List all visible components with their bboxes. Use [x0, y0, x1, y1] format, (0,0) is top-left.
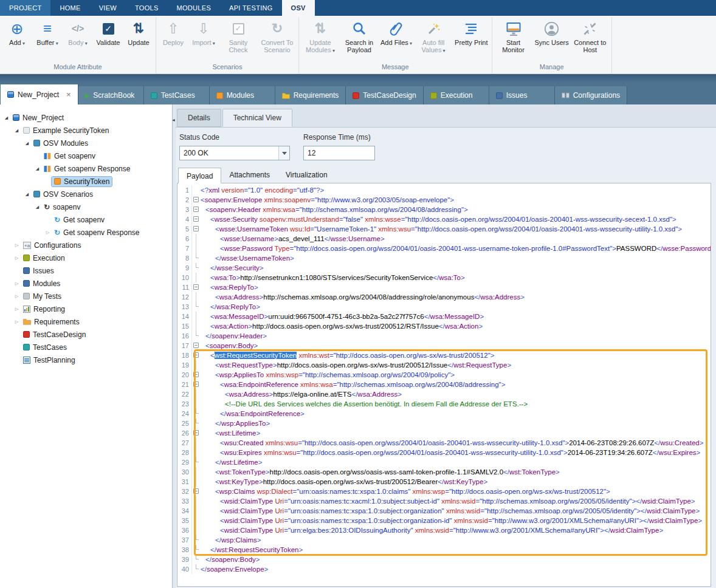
collapse-arrow-icon[interactable]	[2, 115, 10, 120]
tree-item-securitytoken[interactable]: SecurityToken	[0, 175, 172, 188]
buffer-button[interactable]: ≡Buffer ▾	[32, 17, 63, 63]
code-line-19[interactable]: 19<wst:RequestType>http://docs.oasis-ope…	[177, 360, 711, 370]
expand-arrow-icon[interactable]	[13, 307, 21, 312]
code-line-17[interactable]: 17−<soapenv:Body>	[177, 341, 711, 350]
fold-toggle-icon[interactable]: −	[192, 350, 201, 360]
code-line-31[interactable]: 31<wst:KeyType>http://docs.oasis-open.or…	[177, 477, 711, 487]
start-monitor-button[interactable]: Start Monitor	[494, 17, 533, 63]
menu-tab-project[interactable]: PROJECT	[0, 0, 50, 16]
expand-arrow-icon[interactable]	[13, 294, 21, 299]
code-line-7[interactable]: 7<wsse:Password Type="http://docs.oasis-…	[177, 244, 711, 253]
menu-tab-view[interactable]: VIEW	[90, 0, 126, 16]
search-in-payload-button[interactable]: Search in Payload	[340, 17, 379, 63]
doc-tab-requirements[interactable]: Requirements	[275, 86, 346, 104]
tree-item-osv-scenarios[interactable]: OSV Scenarios	[0, 188, 172, 200]
doc-tab-modules[interactable]: Modules	[210, 86, 275, 104]
menu-tab-api-testing[interactable]: API TESTING	[220, 0, 282, 16]
code-line-39[interactable]: 39</soapenv:Body>	[177, 555, 711, 564]
expand-arrow-icon[interactable]	[13, 243, 21, 248]
code-line-20[interactable]: 20−<wsp:AppliesTo xmlns:wsp="http://sche…	[177, 370, 711, 380]
add-button[interactable]: ⊕Add ▾	[2, 17, 32, 63]
status-code-select[interactable]: 200 OK	[179, 146, 290, 160]
fold-toggle-icon[interactable]: −	[192, 282, 201, 292]
doc-tab-configurations[interactable]: Configurations	[555, 86, 627, 104]
tree-item-testcasedesign[interactable]: TestCaseDesign	[0, 328, 172, 341]
tree-item-soapenv[interactable]: ↻soapenv	[0, 200, 172, 213]
detail-tab-details[interactable]: Details	[177, 109, 221, 127]
tree-item-my-tests[interactable]: My Tests	[0, 290, 172, 303]
code-line-33[interactable]: 33<wsid:ClaimType Uri="urn:oasis:names:t…	[177, 496, 711, 506]
payload-tab-payload[interactable]: Payload	[178, 168, 221, 183]
code-line-26[interactable]: 26−<wst:Lifetime>	[177, 428, 711, 438]
doc-tab-testcases[interactable]: TestCases	[144, 86, 210, 104]
code-line-12[interactable]: 12<wsa:Address>http://schemas.xmlsoap.or…	[177, 292, 711, 302]
code-line-25[interactable]: 25</wsp:AppliesTo>	[177, 419, 711, 428]
tree-item-osv-modules[interactable]: OSV Modules	[0, 137, 172, 149]
payload-tab-virtualization[interactable]: Virtualization	[278, 167, 335, 183]
code-line-18[interactable]: 18−<wst:RequestSecurityToken xmlns:wst="…	[177, 350, 711, 360]
tree-item-requirements[interactable]: Requirements	[0, 315, 172, 328]
tree-item-get-soapenv-response[interactable]: ↻Get soapenv Response	[0, 226, 172, 239]
code-line-32[interactable]: 32−<wsp:Claims wsp:Dialect="urn:oasis:na…	[177, 487, 711, 496]
doc-tab-execution[interactable]: Execution	[424, 86, 489, 104]
collapse-sidebar-icon[interactable]: ◄	[171, 118, 176, 122]
code-line-5[interactable]: 5−<wsse:UsernameToken wsu:Id="UsernameTo…	[177, 224, 711, 234]
code-line-4[interactable]: 4−<wsse:Security soapenv:mustUnderstand=…	[177, 214, 711, 224]
tree-item-execution[interactable]: Execution	[0, 251, 172, 264]
tree-item-configurations[interactable]: +aConfigurations	[0, 239, 172, 251]
tree-item-issues[interactable]: Issues	[0, 264, 172, 277]
code-line-24[interactable]: 24</wsa:EndpointReference>	[177, 409, 711, 419]
code-line-9[interactable]: 9</wsse:Security>	[177, 263, 711, 273]
code-line-11[interactable]: 11−<wsa:ReplyTo>	[177, 282, 711, 292]
fold-toggle-icon[interactable]: −	[192, 224, 201, 234]
code-line-8[interactable]: 8</wsse:UsernameToken>	[177, 253, 711, 263]
payload-editor[interactable]: 1<?xml version="1.0" encoding="utf-8"?>2…	[177, 183, 711, 587]
menu-tab-home[interactable]: HOME	[50, 0, 89, 16]
code-line-13[interactable]: 13</wsa:ReplyTo>	[177, 302, 711, 312]
chevron-down-icon[interactable]	[278, 146, 289, 160]
doc-tab-scratchbook[interactable]: ▶ScratchBook	[78, 86, 144, 104]
fold-toggle-icon[interactable]: −	[192, 380, 201, 389]
tree-item-testplanning[interactable]: TestPlanning	[0, 354, 172, 366]
expand-arrow-icon[interactable]	[13, 256, 21, 261]
code-line-21[interactable]: 21−<wsa:EndpointReference xmlns:wsa="htt…	[177, 380, 711, 389]
add-files-button[interactable]: Add Files ▾	[379, 17, 414, 63]
code-line-1[interactable]: 1<?xml version="1.0" encoding="utf-8"?>	[177, 185, 711, 195]
code-line-29[interactable]: 29</wst:Lifetime>	[177, 457, 711, 467]
collapse-arrow-icon[interactable]	[33, 205, 41, 210]
code-line-36[interactable]: 36<wsid:ClaimType Uri="urn:elga:bes:2013…	[177, 525, 711, 535]
code-line-3[interactable]: 3−<soapenv:Header xmlns:wsa="http://sche…	[177, 205, 711, 214]
doc-tab-new-project[interactable]: New_Project×	[1, 84, 78, 104]
fold-toggle-icon[interactable]: −	[192, 428, 201, 438]
expand-arrow-icon[interactable]	[44, 230, 52, 235]
code-line-28[interactable]: 28<wsu:Expires xmlns:wsu="http://docs.oa…	[177, 448, 711, 457]
code-line-37[interactable]: 37</wsp:Claims>	[177, 535, 711, 545]
collapse-arrow-icon[interactable]	[23, 141, 31, 146]
tree-item-get-soapenv[interactable]: ↻Get soapenv	[0, 213, 172, 226]
validate-button[interactable]: ✓Validate	[93, 17, 123, 63]
sidebar-splitter[interactable]: ◄	[173, 104, 176, 588]
collapse-arrow-icon[interactable]	[23, 192, 31, 197]
tree-item-get-soapenv-response[interactable]: Get soapenv Response	[0, 162, 172, 175]
code-line-30[interactable]: 30<wst:TokenType>http://docs.oasis-open.…	[177, 467, 711, 477]
pretty-print-button[interactable]: Pretty Print	[453, 17, 489, 63]
close-icon[interactable]: ×	[66, 92, 71, 98]
code-line-16[interactable]: 16</soapenv:Header>	[177, 331, 711, 341]
fold-toggle-icon[interactable]: −	[192, 370, 201, 380]
tree-item-new-project[interactable]: New_Project	[0, 111, 172, 124]
code-line-23[interactable]: 23<!--Die URL des Services welches die A…	[177, 399, 711, 409]
doc-tab-testcasedesign[interactable]: TestCaseDesign	[346, 86, 423, 104]
code-line-22[interactable]: 22<wsa:Address>https://elga-online.at/ET…	[177, 389, 711, 399]
expand-arrow-icon[interactable]	[13, 320, 21, 324]
code-line-10[interactable]: 10<wsa:To>http://sensetrunkcn1:1080/STS/…	[177, 273, 711, 282]
fold-toggle-icon[interactable]: −	[192, 341, 201, 350]
fold-toggle-icon[interactable]: −	[192, 214, 201, 224]
code-line-15[interactable]: 15<wsa:Action>http://docs.oasis-open.org…	[177, 321, 711, 331]
doc-tab-issues[interactable]: Issues	[489, 86, 555, 104]
collapse-arrow-icon[interactable]	[33, 166, 41, 171]
code-line-34[interactable]: 34<wsid:ClaimType Uri="urn:oasis:names:t…	[177, 506, 711, 516]
code-line-40[interactable]: 40</soapenv:Envelope>	[177, 564, 711, 574]
code-line-38[interactable]: 38</wst:RequestSecurityToken>	[177, 545, 711, 555]
code-line-6[interactable]: 6<wsse:Username>acs_devel_111</wsse:User…	[177, 234, 711, 244]
code-line-14[interactable]: 14<wsa:MessageID>urn:uuid:9667500f-4751-…	[177, 312, 711, 321]
